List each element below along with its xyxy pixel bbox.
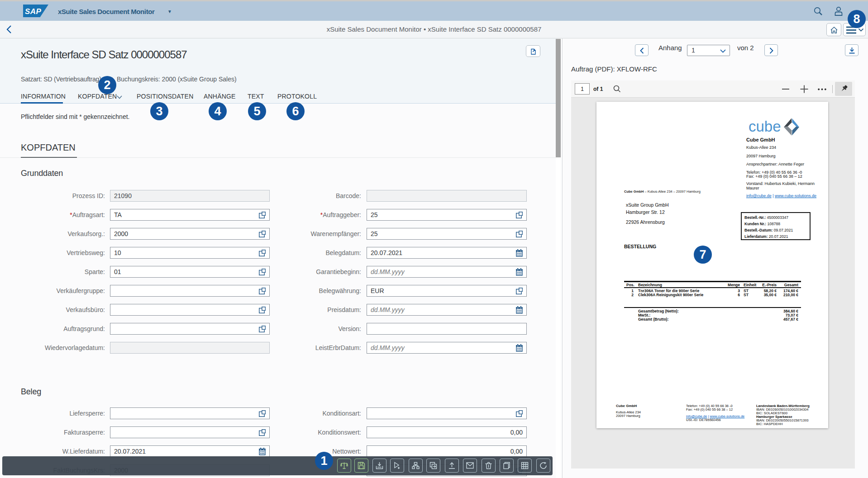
svg-text:SAP: SAP bbox=[25, 7, 42, 16]
